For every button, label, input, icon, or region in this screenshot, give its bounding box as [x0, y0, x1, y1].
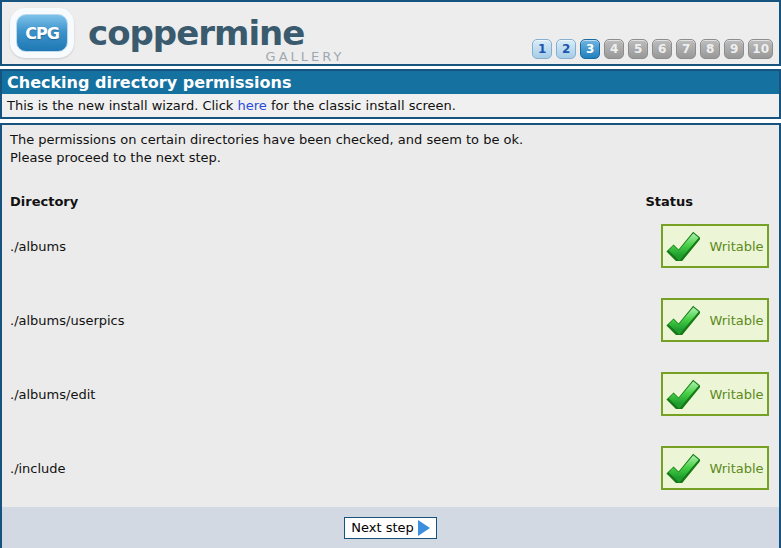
step-7-button[interactable]: 7: [676, 39, 696, 59]
step-9-button[interactable]: 9: [724, 39, 744, 59]
step-6-button[interactable]: 6: [652, 39, 672, 59]
status-badge: Writable: [661, 446, 769, 490]
step-4-button[interactable]: 4: [604, 39, 624, 59]
directory-permissions-table: Directory Status ./albums Writable: [10, 194, 771, 505]
step-5-button[interactable]: 5: [628, 39, 648, 59]
status-badge: Writable: [661, 298, 769, 342]
header: CPG coppermine GALLERY 1 2 3 4 5 6 7 8 9…: [0, 0, 781, 66]
step-2-button[interactable]: 2: [556, 39, 576, 59]
checkmark-icon: [666, 453, 700, 483]
next-arrow-icon: [418, 520, 430, 536]
column-header-directory: Directory: [10, 194, 78, 209]
brand: coppermine GALLERY: [88, 16, 304, 50]
install-wizard-note: This is the new install wizard. Click he…: [2, 94, 779, 117]
note-text-after: for the classic install screen.: [267, 98, 456, 113]
status-badge: Writable: [661, 372, 769, 416]
wizard-title-section: Checking directory permissions This is t…: [0, 69, 781, 119]
classic-install-link[interactable]: here: [238, 98, 267, 113]
main-panel: The permissions on certain directories h…: [0, 123, 781, 548]
directory-path: ./albums/edit: [10, 387, 95, 402]
brand-subtitle: GALLERY: [266, 49, 345, 64]
note-text-before: This is the new install wizard. Click: [7, 98, 238, 113]
proceed-message: Please proceed to the next step.: [10, 149, 771, 167]
directory-path: ./albums/userpics: [10, 313, 125, 328]
status-label: Writable: [709, 461, 763, 476]
status-label: Writable: [709, 239, 763, 254]
content-area: The permissions on certain directories h…: [2, 125, 779, 507]
table-row: ./albums/edit Writable: [10, 357, 771, 431]
coppermine-logo: CPG: [10, 8, 74, 58]
status-label: Writable: [709, 387, 763, 402]
step-8-button[interactable]: 8: [700, 39, 720, 59]
checkmark-icon: [666, 231, 700, 261]
checkmark-icon: [666, 305, 700, 335]
step-3-button[interactable]: 3: [580, 39, 600, 59]
status-badge: Writable: [661, 224, 769, 268]
table-row: ./include Writable: [10, 431, 771, 505]
status-label: Writable: [709, 313, 763, 328]
table-row: ./albums/userpics Writable: [10, 283, 771, 357]
cpg-logo-icon: CPG: [16, 14, 68, 52]
permissions-message: The permissions on certain directories h…: [10, 131, 771, 149]
next-step-label: Next step: [351, 520, 414, 535]
next-step-button[interactable]: Next step: [344, 517, 437, 539]
step-10-button[interactable]: 10: [748, 39, 773, 59]
page-title: Checking directory permissions: [2, 71, 779, 94]
directory-path: ./include: [10, 461, 66, 476]
table-row: ./albums Writable: [10, 209, 771, 283]
column-header-status: Status: [645, 194, 693, 209]
footer-bar: Next step: [2, 507, 779, 548]
directory-path: ./albums: [10, 239, 66, 254]
step-1-button[interactable]: 1: [532, 39, 552, 59]
brand-name: coppermine: [88, 16, 304, 50]
checkmark-icon: [666, 379, 700, 409]
wizard-step-indicator: 1 2 3 4 5 6 7 8 9 10: [532, 39, 773, 59]
